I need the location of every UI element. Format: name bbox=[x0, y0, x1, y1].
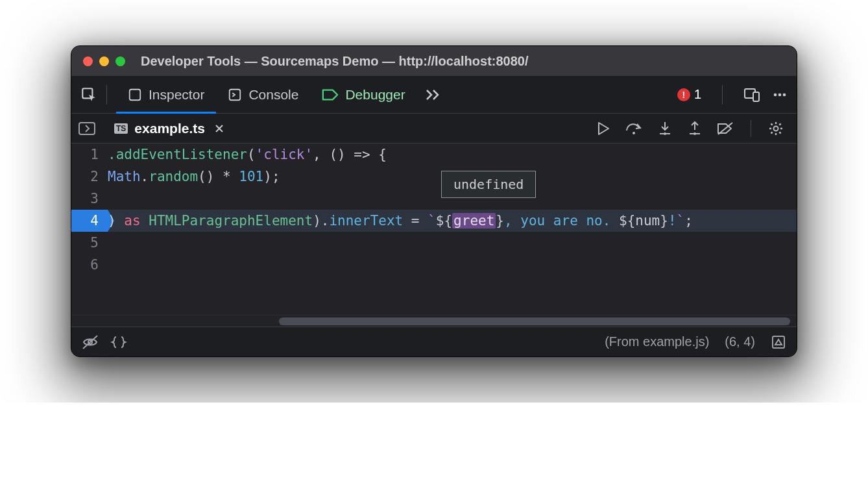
svg-rect-14 bbox=[773, 336, 784, 348]
code-editor[interactable]: undefined 1 .addEventListener('click', (… bbox=[71, 143, 797, 327]
sourcemap-icon bbox=[771, 334, 786, 350]
line-number[interactable]: 1 bbox=[71, 143, 108, 166]
svg-point-11 bbox=[693, 132, 696, 135]
step-over-button[interactable] bbox=[625, 121, 643, 136]
svg-point-6 bbox=[778, 93, 782, 96]
braces-icon bbox=[110, 335, 127, 349]
code-line: 1 .addEventListener('click', () => { bbox=[71, 143, 797, 166]
inspector-icon bbox=[128, 88, 142, 102]
code-line: 3 bbox=[71, 188, 797, 210]
blackbox-button[interactable] bbox=[82, 334, 99, 350]
svg-rect-8 bbox=[79, 123, 95, 134]
devtools-window: Developer Tools — Sourcemaps Demo — http… bbox=[71, 45, 797, 357]
divider bbox=[751, 120, 751, 137]
typescript-badge-icon: TS bbox=[114, 123, 128, 134]
window-controls bbox=[83, 56, 125, 66]
sources-pane-toggle[interactable] bbox=[78, 121, 96, 136]
gear-icon bbox=[768, 121, 784, 136]
cursor-position: (6, 4) bbox=[725, 334, 755, 349]
code-line: 6 bbox=[71, 254, 797, 276]
file-tab-label: example.ts bbox=[134, 121, 205, 136]
hovered-variable[interactable]: greet bbox=[452, 213, 496, 229]
code-line: 5 bbox=[71, 232, 797, 254]
responsive-mode-button[interactable] bbox=[743, 87, 760, 103]
step-in-icon bbox=[657, 121, 673, 136]
hover-tooltip: undefined bbox=[441, 171, 536, 198]
pick-element-button[interactable] bbox=[80, 76, 97, 113]
errors-badge[interactable]: ! 1 bbox=[677, 87, 701, 102]
error-count: 1 bbox=[694, 87, 701, 102]
play-icon bbox=[596, 121, 610, 136]
scrollbar-thumb[interactable] bbox=[279, 317, 790, 325]
overflow-tabs-button[interactable] bbox=[417, 76, 450, 113]
tooltip-value: undefined bbox=[453, 177, 524, 192]
line-number[interactable]: 5 bbox=[71, 232, 108, 254]
close-icon bbox=[214, 123, 224, 134]
console-label: Console bbox=[248, 87, 298, 103]
code-line-current: 4 ) as HTMLParagraphElement).innerText =… bbox=[71, 210, 797, 232]
status-bar: (From example.js) (6, 4) bbox=[71, 327, 797, 356]
divider bbox=[722, 85, 723, 105]
resume-button[interactable] bbox=[596, 121, 610, 136]
pretty-print-button[interactable] bbox=[110, 335, 127, 349]
close-window-button[interactable] bbox=[83, 56, 93, 66]
divider bbox=[106, 85, 107, 105]
kebab-menu-button[interactable] bbox=[772, 87, 788, 103]
step-in-button[interactable] bbox=[657, 121, 673, 136]
svg-rect-4 bbox=[753, 92, 759, 101]
pane-toggle-icon bbox=[78, 121, 96, 136]
file-tab-example-ts[interactable]: TS example.ts bbox=[105, 114, 234, 143]
svg-point-7 bbox=[783, 93, 786, 96]
debugger-settings-button[interactable] bbox=[768, 121, 784, 136]
tab-inspector[interactable]: Inspector bbox=[116, 76, 216, 113]
step-out-icon bbox=[687, 121, 703, 136]
responsive-icon bbox=[743, 87, 760, 103]
dots-horizontal-icon bbox=[772, 87, 788, 103]
step-out-button[interactable] bbox=[687, 121, 703, 136]
devtools-toolbar: Inspector Console Debugger bbox=[71, 76, 797, 114]
minimize-window-button[interactable] bbox=[99, 56, 109, 66]
tab-console[interactable]: Console bbox=[216, 76, 310, 113]
horizontal-scrollbar[interactable] bbox=[71, 315, 797, 327]
pick-element-icon bbox=[80, 86, 97, 103]
file-tabstrip: TS example.ts bbox=[71, 114, 797, 143]
breakpoint-off-icon bbox=[717, 121, 734, 136]
line-number[interactable]: 3 bbox=[71, 188, 108, 210]
line-number[interactable]: 4 bbox=[71, 210, 108, 232]
titlebar: Developer Tools — Sourcemaps Demo — http… bbox=[71, 46, 797, 76]
line-number[interactable]: 6 bbox=[71, 254, 108, 276]
error-icon: ! bbox=[677, 88, 690, 101]
line-number[interactable]: 2 bbox=[71, 166, 108, 188]
debugger-controls bbox=[596, 120, 790, 137]
console-icon bbox=[228, 88, 242, 102]
close-tab-button[interactable] bbox=[214, 123, 224, 134]
step-over-icon bbox=[625, 121, 643, 136]
eye-off-icon bbox=[82, 334, 99, 350]
debugger-label: Debugger bbox=[345, 87, 405, 103]
sourcemap-origin: (From example.js) bbox=[605, 334, 709, 349]
svg-point-10 bbox=[664, 132, 666, 135]
debugger-icon bbox=[322, 88, 339, 102]
tab-debugger[interactable]: Debugger bbox=[310, 76, 416, 113]
svg-point-9 bbox=[633, 132, 635, 134]
sourcemap-toggle-button[interactable] bbox=[771, 334, 786, 350]
svg-point-5 bbox=[774, 93, 777, 96]
chevron-double-right-icon bbox=[425, 88, 442, 101]
svg-point-12 bbox=[774, 126, 778, 130]
inspector-label: Inspector bbox=[149, 87, 204, 103]
deactivate-breakpoints-button[interactable] bbox=[717, 121, 734, 136]
code-line: 2 Math.random() * 101); bbox=[71, 166, 797, 188]
zoom-window-button[interactable] bbox=[115, 56, 125, 66]
svg-rect-1 bbox=[130, 89, 141, 100]
window-title: Developer Tools — Sourcemaps Demo — http… bbox=[141, 54, 529, 69]
